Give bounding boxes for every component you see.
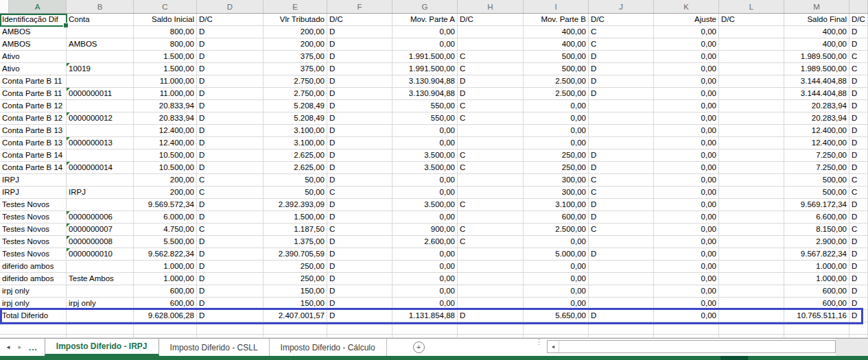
prev-sheet-icon[interactable]: ◄ bbox=[5, 344, 11, 350]
cell[interactable]: C bbox=[849, 174, 868, 187]
cell[interactable] bbox=[589, 322, 654, 335]
cell[interactable]: 9.569.572,34 bbox=[134, 199, 197, 211]
cell[interactable]: Conta Parte B 13 bbox=[0, 125, 67, 137]
field-header-cell[interactable]: Conta bbox=[67, 14, 134, 26]
cell[interactable] bbox=[589, 100, 654, 112]
cell[interactable]: IRPJ bbox=[67, 187, 134, 199]
cell[interactable]: D bbox=[197, 261, 263, 273]
cell[interactable]: 0,00 bbox=[654, 224, 719, 236]
cell[interactable]: 0000000012 bbox=[67, 112, 134, 125]
cell[interactable]: D bbox=[327, 248, 392, 261]
cell[interactable]: 0,00 bbox=[654, 236, 719, 248]
cell[interactable]: 1.131.854,88 bbox=[392, 310, 458, 322]
cell[interactable]: 150,00 bbox=[263, 298, 327, 310]
cell[interactable]: D bbox=[327, 298, 392, 310]
cell[interactable]: C bbox=[458, 162, 524, 174]
field-header-cell[interactable]: Saldo Final bbox=[784, 14, 849, 26]
cell[interactable]: D bbox=[589, 310, 654, 322]
cell[interactable]: C bbox=[589, 187, 654, 199]
cell[interactable]: 0,00 bbox=[654, 100, 719, 112]
cell[interactable]: 0,00 bbox=[654, 285, 719, 298]
cell[interactable]: 7.250,00 bbox=[784, 149, 849, 162]
cell[interactable] bbox=[589, 112, 654, 125]
cell[interactable]: 0,00 bbox=[392, 298, 458, 310]
cell[interactable]: 0,00 bbox=[524, 112, 589, 125]
cell[interactable]: 0,00 bbox=[392, 38, 458, 51]
cell[interactable]: 500,00 bbox=[784, 174, 849, 187]
cell[interactable]: 0,00 bbox=[654, 112, 719, 125]
cell[interactable]: 2.750,00 bbox=[263, 88, 327, 100]
cell[interactable]: 2.750,00 bbox=[263, 75, 327, 88]
cell[interactable]: 0,00 bbox=[654, 298, 719, 310]
cell[interactable] bbox=[458, 273, 524, 285]
cell[interactable] bbox=[458, 125, 524, 137]
cell[interactable] bbox=[67, 285, 134, 298]
cell[interactable]: 0000000007 bbox=[67, 224, 134, 236]
cell[interactable] bbox=[67, 125, 134, 137]
cell[interactable]: AMBOS bbox=[67, 38, 134, 51]
next-sheet-icon[interactable]: ► bbox=[17, 344, 23, 350]
cell[interactable]: D bbox=[197, 211, 263, 224]
field-header-cell[interactable]: D/C bbox=[327, 14, 392, 26]
cell[interactable]: 1.000,00 bbox=[134, 261, 197, 273]
cell[interactable] bbox=[263, 322, 327, 335]
column-header-E[interactable]: E bbox=[263, 0, 327, 13]
sheet-tab-imposto-diferido-irpj[interactable]: Imposto Diferido - IRPJ bbox=[45, 339, 159, 356]
cell[interactable]: 150,00 bbox=[263, 285, 327, 298]
cell[interactable]: 12.400,00 bbox=[134, 137, 197, 149]
cell[interactable]: 0000000008 bbox=[67, 236, 134, 248]
cell[interactable]: 0,00 bbox=[654, 248, 719, 261]
cell[interactable]: D bbox=[849, 26, 868, 38]
cell[interactable]: 600,00 bbox=[784, 298, 849, 310]
cell[interactable]: 400,00 bbox=[784, 26, 849, 38]
cell[interactable]: 0,00 bbox=[654, 125, 719, 137]
column-header-A[interactable]: A bbox=[9, 0, 67, 13]
cell[interactable]: C bbox=[458, 199, 524, 211]
cell[interactable]: 0,00 bbox=[392, 211, 458, 224]
cell[interactable] bbox=[719, 51, 784, 63]
cell[interactable] bbox=[67, 51, 134, 63]
cell[interactable]: D bbox=[589, 75, 654, 88]
cell[interactable]: 0,00 bbox=[654, 187, 719, 199]
cell[interactable]: D bbox=[589, 88, 654, 100]
cell[interactable]: D bbox=[327, 199, 392, 211]
field-header-cell[interactable]: D/C bbox=[197, 14, 263, 26]
column-header-partial[interactable] bbox=[849, 0, 868, 13]
cell[interactable]: 2.500,00 bbox=[524, 224, 589, 236]
cell[interactable]: C bbox=[849, 224, 868, 236]
cell[interactable]: D bbox=[589, 162, 654, 174]
cell[interactable]: 800,00 bbox=[134, 26, 197, 38]
cell[interactable]: D bbox=[197, 149, 263, 162]
cell[interactable]: 9.567.822,34 bbox=[784, 248, 849, 261]
cell[interactable]: D bbox=[849, 125, 868, 137]
cell[interactable] bbox=[134, 322, 197, 335]
cell[interactable] bbox=[458, 26, 524, 38]
cell[interactable]: D bbox=[849, 162, 868, 174]
cell[interactable]: 1.187,50 bbox=[263, 224, 327, 236]
cell[interactable]: diferido ambos bbox=[0, 261, 67, 273]
field-header-cell[interactable]: Saldo Inicial bbox=[134, 14, 197, 26]
cell[interactable]: 2.392.393,09 bbox=[263, 199, 327, 211]
cell[interactable] bbox=[458, 285, 524, 298]
cell[interactable] bbox=[719, 174, 784, 187]
cell[interactable] bbox=[719, 100, 784, 112]
cell[interactable]: D bbox=[327, 273, 392, 285]
cell[interactable]: 3.500,00 bbox=[392, 199, 458, 211]
cell[interactable]: 0000000013 bbox=[67, 137, 134, 149]
scrollbar-thumb[interactable] bbox=[559, 341, 835, 352]
cell[interactable] bbox=[784, 322, 849, 335]
cell[interactable]: 50,00 bbox=[263, 174, 327, 187]
cell[interactable] bbox=[67, 26, 134, 38]
cell[interactable]: 600,00 bbox=[784, 285, 849, 298]
cell[interactable]: 2.500,00 bbox=[524, 88, 589, 100]
cell[interactable]: C bbox=[197, 187, 263, 199]
cell[interactable]: C bbox=[458, 63, 524, 75]
cell[interactable]: 1.000,00 bbox=[134, 273, 197, 285]
cell[interactable]: 2.407.001,57 bbox=[263, 310, 327, 322]
cell[interactable]: 550,00 bbox=[392, 112, 458, 125]
cell[interactable]: D bbox=[849, 75, 868, 88]
cell[interactable]: 250,00 bbox=[524, 162, 589, 174]
cell[interactable]: 375,00 bbox=[263, 63, 327, 75]
cell[interactable]: 50,00 bbox=[263, 187, 327, 199]
cell[interactable]: 600,00 bbox=[134, 298, 197, 310]
